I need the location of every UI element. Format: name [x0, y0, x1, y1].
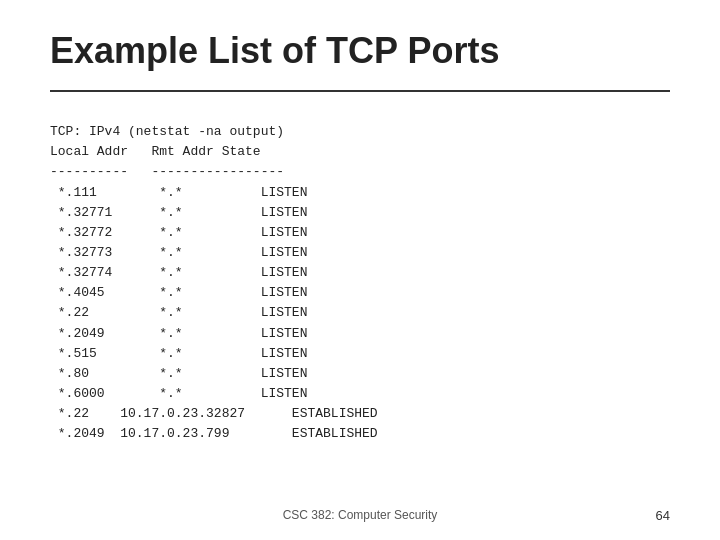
content-line-10: *.22 *.* LISTEN [50, 305, 307, 320]
content-line-6: *.32772 *.* LISTEN [50, 225, 307, 240]
content-line-15: *.22 10.17.0.23.32827 ESTABLISHED [50, 406, 378, 421]
content-line-4: *.111 *.* LISTEN [50, 185, 307, 200]
content-line-13: *.80 *.* LISTEN [50, 366, 307, 381]
content-line-14: *.6000 *.* LISTEN [50, 386, 307, 401]
content-line-8: *.32774 *.* LISTEN [50, 265, 307, 280]
content-line-5: *.32771 *.* LISTEN [50, 205, 307, 220]
content-line-9: *.4045 *.* LISTEN [50, 285, 307, 300]
content-line-3: ---------- ----------------- [50, 164, 284, 179]
content-line-16: *.2049 10.17.0.23.799 ESTABLISHED [50, 426, 378, 441]
divider [50, 90, 670, 92]
footer: CSC 382: Computer Security 64 [0, 508, 720, 522]
slide-title: Example List of TCP Ports [50, 30, 670, 72]
content-line-1: TCP: IPv4 (netstat -na output) [50, 124, 284, 139]
slide: Example List of TCP Ports TCP: IPv4 (net… [0, 0, 720, 540]
content-block: TCP: IPv4 (netstat -na output) Local Add… [50, 102, 670, 465]
content-line-7: *.32773 *.* LISTEN [50, 245, 307, 260]
content-line-11: *.2049 *.* LISTEN [50, 326, 307, 341]
content-line-2: Local Addr Rmt Addr State [50, 144, 261, 159]
content-line-12: *.515 *.* LISTEN [50, 346, 307, 361]
footer-page: 64 [656, 508, 670, 523]
footer-label: CSC 382: Computer Security [283, 508, 438, 522]
